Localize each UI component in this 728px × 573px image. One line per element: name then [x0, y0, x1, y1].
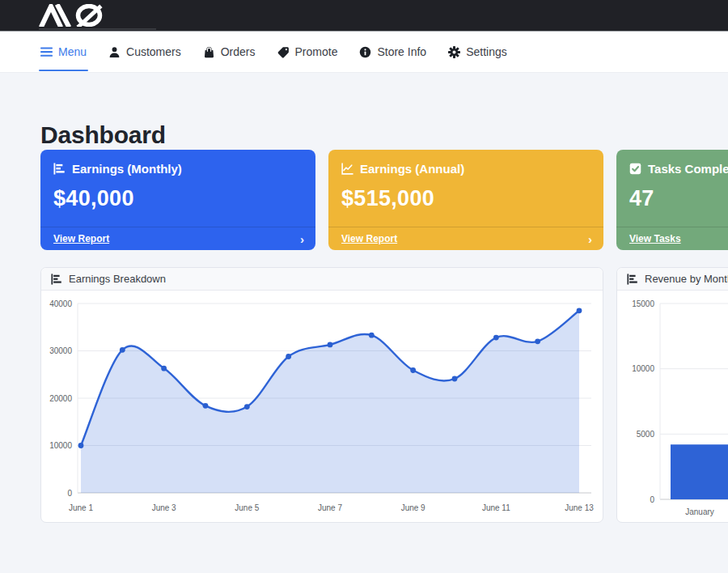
hamburger-icon [40, 46, 53, 57]
topbar [0, 0, 728, 32]
panel-body: 050001000015000January [617, 291, 728, 522]
logo-icon [39, 4, 108, 27]
svg-text:June 9: June 9 [401, 503, 425, 512]
bar-chart-icon [627, 274, 638, 285]
chevron-right-icon: › [300, 233, 304, 245]
line-chart-icon [341, 163, 353, 175]
check-square-icon [629, 163, 641, 175]
svg-text:5000: 5000 [637, 430, 655, 439]
svg-text:40000: 40000 [49, 299, 72, 308]
panel-revenue-by-month: Revenue by Month 050001000015000January [616, 267, 728, 523]
panel-earnings-breakdown: Earnings Breakdown 010000200003000040000… [40, 267, 603, 523]
nav-label: Menu [58, 45, 87, 58]
panel-header: Earnings Breakdown [41, 268, 603, 291]
svg-text:January: January [685, 507, 714, 516]
card-title-row: Tasks Completed [629, 162, 728, 176]
panel-title: Earnings Breakdown [69, 273, 166, 285]
svg-text:10000: 10000 [49, 441, 72, 450]
brand-logo[interactable] [39, 4, 108, 27]
card-tasks-completed: Tasks Completed 47 View Tasks › [616, 150, 728, 250]
svg-text:0: 0 [67, 489, 72, 498]
card-value: 47 [629, 186, 728, 211]
card-title: Tasks Completed [648, 162, 728, 176]
person-icon [108, 46, 121, 58]
svg-text:June 5: June 5 [235, 503, 259, 512]
nav-item-menu[interactable]: Menu [39, 32, 88, 72]
card-title: Earnings (Monthly) [72, 162, 182, 176]
card-earnings-monthly: Earnings (Monthly) $40,000 View Report › [40, 150, 315, 250]
panel-body: 010000200003000040000June 1June 3June 5J… [41, 291, 603, 522]
nav-item-customers[interactable]: Customers [107, 32, 183, 72]
card-body: Earnings (Monthly) $40,000 [40, 150, 315, 227]
logo-underline [39, 28, 156, 30]
panel-title: Revenue by Month [645, 273, 728, 285]
view-report-link[interactable]: View Report [341, 233, 397, 244]
card-value: $40,000 [53, 186, 303, 211]
nav-item-promote[interactable]: Promote [276, 32, 340, 72]
page-title: Dashboard [40, 121, 728, 150]
nav-item-settings[interactable]: Settings [447, 32, 509, 72]
card-title-row: Earnings (Monthly) [53, 162, 303, 176]
card-title-row: Earnings (Annual) [341, 162, 590, 176]
card-title: Earnings (Annual) [360, 162, 464, 176]
svg-text:15000: 15000 [632, 299, 654, 308]
svg-text:June 7: June 7 [318, 503, 342, 512]
svg-text:June 13: June 13 [565, 503, 594, 512]
card-body: Earnings (Annual) $515,000 [328, 150, 603, 227]
card-value: $515,000 [341, 186, 590, 211]
chart-panels-row: Earnings Breakdown 010000200003000040000… [40, 267, 728, 523]
nav-label: Orders [221, 45, 256, 58]
svg-text:10000: 10000 [632, 364, 654, 373]
summary-cards-row: Earnings (Monthly) $40,000 View Report ›… [40, 150, 728, 250]
nav-label: Settings [466, 45, 507, 58]
svg-text:0: 0 [650, 495, 654, 504]
earnings-breakdown-chart[interactable]: 010000200003000040000June 1June 3June 5J… [41, 291, 603, 522]
main-content: Dashboard Earnings (Monthly) $40,000 Vie… [0, 121, 728, 523]
card-body: Tasks Completed 47 [616, 150, 728, 227]
view-report-link[interactable]: View Report [53, 233, 109, 244]
svg-text:20000: 20000 [49, 394, 72, 403]
info-circle-icon [359, 46, 371, 58]
bar-chart-icon [53, 163, 66, 175]
bar-chart-icon [51, 274, 62, 285]
revenue-by-month-chart[interactable]: 050001000015000January [617, 291, 728, 522]
nav-label: Promote [295, 45, 338, 58]
tag-icon [277, 46, 290, 58]
card-footer: View Report › [328, 227, 603, 250]
chevron-right-icon: › [588, 233, 592, 245]
nav-item-store-info[interactable]: Store Info [358, 32, 428, 72]
panel-header: Revenue by Month [617, 268, 728, 291]
svg-text:June 3: June 3 [152, 503, 176, 512]
bag-icon [203, 46, 215, 58]
nav-item-orders[interactable]: Orders [201, 32, 257, 72]
card-footer: View Tasks › [616, 227, 728, 250]
main-navbar: Menu Customers Orders Promote Store Info [0, 32, 728, 73]
svg-text:30000: 30000 [49, 346, 72, 355]
card-earnings-annual: Earnings (Annual) $515,000 View Report › [328, 150, 603, 250]
svg-text:June 1: June 1 [69, 503, 93, 512]
nav-label: Store Info [377, 45, 426, 58]
gear-icon [448, 46, 460, 58]
view-tasks-link[interactable]: View Tasks [629, 233, 681, 244]
nav-label: Customers [126, 45, 181, 58]
card-footer: View Report › [40, 227, 315, 250]
svg-text:June 11: June 11 [482, 503, 510, 512]
